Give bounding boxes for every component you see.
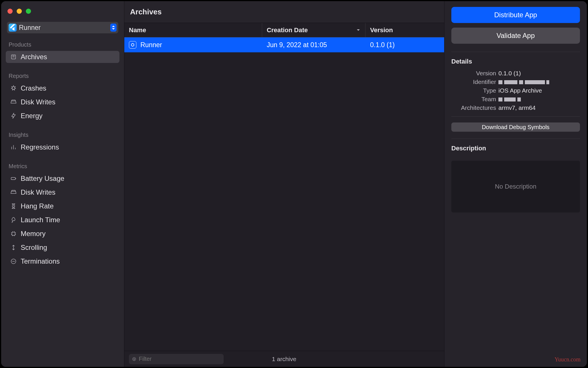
minimize-icon[interactable]	[17, 9, 22, 14]
table-footer: 1 archive	[124, 351, 444, 367]
stepper-icon[interactable]	[110, 24, 117, 32]
distribute-button[interactable]: Distribute App	[451, 7, 580, 23]
main-content: Archives Name Creation Date Version Runn…	[124, 1, 444, 367]
sidebar-item-label: Battery Usage	[21, 175, 64, 183]
sidebar-item-terminations[interactable]: Terminations	[6, 255, 119, 267]
sidebar-item-label: Terminations	[21, 257, 60, 265]
sidebar-item-label: Memory	[21, 230, 46, 238]
close-icon[interactable]	[7, 9, 13, 14]
sidebar-item-label: Archives	[21, 53, 47, 61]
table-row[interactable]: Runner Jun 9, 2022 at 01:05 0.1.0 (1)	[124, 37, 444, 52]
divider	[451, 52, 580, 52]
filter-field[interactable]	[129, 354, 224, 364]
sidebar-item-label: Hang Rate	[21, 202, 54, 210]
app-picker-label: Runner	[19, 24, 40, 32]
filter-icon	[132, 356, 137, 362]
divider	[451, 116, 580, 117]
sidebar-item-regressions[interactable]: Regressions	[6, 141, 119, 153]
sidebar-item-label: Energy	[21, 112, 42, 120]
app-archive-icon	[129, 41, 136, 49]
section-metrics: Metrics	[4, 161, 121, 171]
hourglass-icon	[10, 203, 17, 209]
sidebar-item-energy[interactable]: Energy	[6, 110, 119, 122]
cell-name: Runner	[124, 37, 262, 52]
team-value-redacted	[498, 96, 580, 103]
sidebar-item-label: Scrolling	[21, 244, 47, 252]
zoom-icon[interactable]	[26, 9, 31, 14]
sidebar-item-battery[interactable]: Battery Usage	[6, 172, 119, 185]
disk-icon	[10, 189, 17, 195]
section-insights: Insights	[4, 129, 121, 139]
chevron-down-icon	[356, 26, 361, 34]
column-creation-date[interactable]: Creation Date	[262, 23, 365, 37]
cell-date: Jun 9, 2022 at 01:05	[262, 37, 365, 52]
sidebar-item-disk-writes[interactable]: Disk Writes	[6, 96, 119, 108]
cell-version: 0.1.0 (1)	[365, 37, 444, 52]
organizer-window: Runner Products Archives Reports Crashes…	[1, 1, 587, 367]
app-picker[interactable]: Runner	[7, 22, 118, 33]
detail-version: Version 0.1.0 (1)	[451, 70, 580, 77]
divider	[451, 139, 580, 139]
scroll-icon	[10, 244, 17, 251]
bars-icon	[10, 144, 17, 150]
description-heading: Description	[451, 145, 580, 152]
sidebar-item-label: Crashes	[21, 84, 46, 92]
sidebar-item-archives[interactable]: Archives	[6, 51, 119, 63]
bolt-icon	[10, 113, 17, 119]
page-title: Archives	[124, 1, 444, 23]
sidebar-item-launch-time[interactable]: Launch Time	[6, 214, 119, 226]
archive-count: 1 archive	[272, 356, 296, 363]
section-reports: Reports	[4, 70, 121, 80]
window-controls	[4, 5, 121, 20]
watermark: Yuucn.com	[554, 356, 581, 363]
svg-point-4	[133, 357, 136, 361]
rocket-icon	[10, 217, 17, 223]
sidebar-item-disk-writes-metric[interactable]: Disk Writes	[6, 186, 119, 198]
detail-team: Team	[451, 96, 580, 103]
sidebar: Runner Products Archives Reports Crashes…	[1, 1, 124, 367]
battery-icon	[10, 175, 17, 182]
sidebar-item-scrolling[interactable]: Scrolling	[6, 241, 119, 254]
disk-icon	[10, 99, 17, 105]
sidebar-item-label: Launch Time	[21, 216, 60, 224]
sidebar-item-label: Regressions	[21, 143, 59, 151]
crash-icon	[10, 85, 17, 91]
section-products: Products	[4, 39, 121, 49]
archive-icon	[10, 54, 17, 60]
table-header: Name Creation Date Version	[124, 23, 444, 37]
download-debug-symbols-button[interactable]: Download Debug Symbols	[451, 122, 580, 132]
detail-type: Type iOS App Archive	[451, 87, 580, 94]
minus-circle-icon	[10, 258, 17, 264]
detail-identifier: Identifier	[451, 78, 580, 85]
svg-rect-1	[11, 177, 16, 179]
column-name[interactable]: Name	[124, 23, 262, 37]
identifier-value-redacted	[498, 78, 580, 85]
no-description-placeholder: No Description	[495, 183, 536, 190]
detail-architectures: Architectures armv7, arm64	[451, 104, 580, 111]
sidebar-item-hang-rate[interactable]: Hang Rate	[6, 200, 119, 212]
details-heading: Details	[451, 58, 580, 65]
sidebar-item-crashes[interactable]: Crashes	[6, 82, 119, 94]
details-panel: Distribute App Validate App Details Vers…	[444, 1, 587, 367]
sidebar-item-label: Disk Writes	[21, 98, 55, 106]
flutter-icon	[9, 24, 17, 32]
sidebar-item-memory[interactable]: Memory	[6, 228, 119, 240]
validate-button[interactable]: Validate App	[451, 28, 580, 44]
sidebar-item-label: Disk Writes	[21, 188, 55, 196]
chip-icon	[10, 231, 17, 237]
column-version[interactable]: Version	[365, 23, 444, 37]
description-box[interactable]: No Description	[451, 161, 580, 212]
svg-rect-2	[12, 232, 15, 235]
filter-input[interactable]	[139, 356, 221, 362]
